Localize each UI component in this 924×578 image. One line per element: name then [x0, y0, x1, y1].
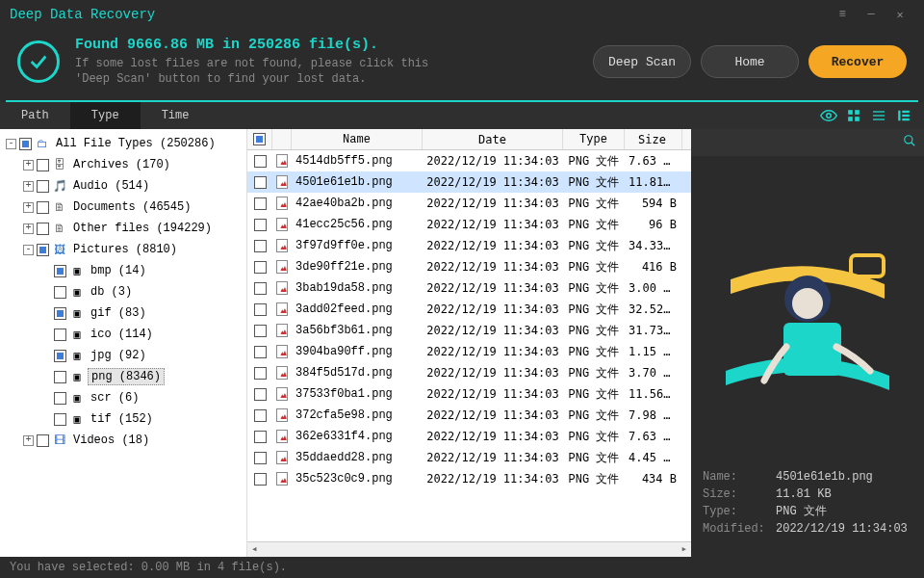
menu-icon[interactable]: ≡	[828, 0, 857, 29]
expand-icon[interactable]: +	[23, 181, 34, 192]
tree-label[interactable]: scr (6)	[88, 390, 141, 406]
tab-time[interactable]: Time	[141, 102, 211, 129]
col-name[interactable]: Name	[292, 129, 423, 149]
tree-label[interactable]: png (8346)	[88, 368, 165, 385]
file-checkbox[interactable]	[254, 431, 267, 443]
tree-label[interactable]: Pictures (8810)	[70, 242, 180, 257]
tree-label[interactable]: tif (152)	[88, 411, 156, 427]
file-checkbox[interactable]	[254, 325, 267, 337]
file-checkbox[interactable]	[254, 452, 267, 464]
recover-button[interactable]: Recover	[808, 45, 907, 78]
deep-scan-button[interactable]: Deep Scan	[593, 45, 691, 78]
tree-checkbox[interactable]	[37, 159, 49, 171]
file-row[interactable]: 35c523c0c9.png2022/12/19 11:34:03PNG 文件4…	[247, 468, 691, 489]
expand-icon[interactable]: +	[23, 435, 34, 446]
tree-label[interactable]: Archives (170)	[70, 157, 173, 172]
tree-checkbox[interactable]	[37, 201, 49, 214]
tree-node[interactable]: ▣db (3)	[2, 281, 244, 302]
view-list-icon[interactable]	[866, 103, 891, 128]
file-row[interactable]: 3904ba90ff.png2022/12/19 11:34:03PNG 文件1…	[247, 341, 691, 362]
tree-checkbox[interactable]	[37, 180, 49, 193]
tree-label[interactable]: ico (114)	[88, 327, 156, 342]
home-button[interactable]: Home	[701, 45, 799, 78]
tree-label[interactable]: Audio (514)	[70, 178, 152, 194]
horizontal-scrollbar[interactable]	[247, 541, 691, 557]
close-icon[interactable]: ✕	[886, 0, 914, 29]
tab-path[interactable]: Path	[0, 102, 70, 129]
view-detail-icon[interactable]	[891, 103, 916, 128]
tree-node[interactable]: +🎞Videos (18)	[2, 430, 244, 451]
col-type[interactable]: Type	[563, 129, 625, 149]
tree-node[interactable]: ▣tif (152)	[2, 408, 244, 430]
tree-node[interactable]: ▣png (8346)	[2, 366, 244, 387]
expand-icon[interactable]: +	[23, 202, 34, 213]
tree-checkbox[interactable]	[37, 223, 49, 235]
tree-node[interactable]: ▣bmp (14)	[2, 260, 244, 281]
tree-node[interactable]: +🗎Documents (46545)	[2, 197, 244, 218]
tree-label[interactable]: bmp (14)	[88, 263, 149, 278]
minimize-icon[interactable]: —	[857, 0, 886, 29]
file-checkbox[interactable]	[254, 367, 267, 380]
tree-label[interactable]: Documents (46545)	[70, 199, 193, 215]
col-date[interactable]: Date	[423, 129, 563, 149]
tree-checkbox[interactable]	[54, 265, 66, 277]
file-checkbox[interactable]	[254, 219, 267, 231]
file-row[interactable]: 35ddaedd28.png2022/12/19 11:34:03PNG 文件4…	[247, 447, 691, 468]
file-type-tree[interactable]: -🗀All File Types (250286)+🗄Archives (170…	[0, 129, 246, 557]
file-row[interactable]: 3de90ff21e.png2022/12/19 11:34:03PNG 文件4…	[247, 256, 691, 277]
tree-checkbox[interactable]	[19, 138, 32, 150]
select-all-checkbox[interactable]	[247, 129, 272, 149]
file-checkbox[interactable]	[254, 176, 267, 189]
file-row[interactable]: 41ecc25c56.png2022/12/19 11:34:03PNG 文件9…	[247, 214, 691, 235]
tree-node[interactable]: +🎵Audio (514)	[2, 175, 244, 197]
preview-eye-icon[interactable]	[816, 103, 841, 128]
tree-label[interactable]: db (3)	[88, 284, 135, 300]
file-row[interactable]: 42ae40ba2b.png2022/12/19 11:34:03PNG 文件5…	[247, 193, 691, 214]
file-row[interactable]: 4514db5ff5.png2022/12/19 11:34:03PNG 文件7…	[247, 150, 691, 171]
tree-checkbox[interactable]	[54, 371, 66, 383]
tree-checkbox[interactable]	[37, 244, 49, 256]
expand-icon[interactable]: +	[23, 223, 34, 234]
file-checkbox[interactable]	[254, 240, 267, 252]
tree-node[interactable]: -🖼Pictures (8810)	[2, 239, 244, 260]
file-checkbox[interactable]	[254, 303, 267, 316]
file-checkbox[interactable]	[254, 409, 267, 422]
file-checkbox[interactable]	[254, 261, 267, 274]
tree-checkbox[interactable]	[54, 307, 66, 320]
file-row[interactable]: 3bab19da58.png2022/12/19 11:34:03PNG 文件3…	[247, 277, 691, 299]
file-row[interactable]: 4501e61e1b.png2022/12/19 11:34:03PNG 文件1…	[247, 171, 691, 193]
file-checkbox[interactable]	[254, 388, 267, 401]
tree-label[interactable]: gif (83)	[88, 305, 149, 321]
file-checkbox[interactable]	[254, 346, 267, 358]
file-checkbox[interactable]	[254, 473, 267, 486]
tree-node[interactable]: -🗀All File Types (250286)	[2, 133, 244, 154]
tree-checkbox[interactable]	[54, 350, 66, 362]
tree-label[interactable]: jpg (92)	[88, 348, 149, 363]
file-row[interactable]: 3f97d9ff0e.png2022/12/19 11:34:03PNG 文件3…	[247, 235, 691, 256]
file-checkbox[interactable]	[254, 282, 267, 295]
file-row[interactable]: 362e6331f4.png2022/12/19 11:34:03PNG 文件7…	[247, 426, 691, 447]
tree-label[interactable]: All File Types (250286)	[53, 136, 218, 151]
expand-icon[interactable]: -	[23, 245, 34, 255]
tree-node[interactable]: ▣jpg (92)	[2, 345, 244, 366]
tree-node[interactable]: ▣ico (114)	[2, 324, 244, 345]
file-row[interactable]: 3add02feed.png2022/12/19 11:34:03PNG 文件3…	[247, 299, 691, 320]
tree-node[interactable]: +🗎Other files (194229)	[2, 218, 244, 239]
tree-label[interactable]: Other files (194229)	[70, 221, 215, 236]
file-checkbox[interactable]	[254, 197, 267, 210]
tree-checkbox[interactable]	[54, 413, 66, 426]
tab-type[interactable]: Type	[70, 102, 141, 129]
tree-node[interactable]: +🗄Archives (170)	[2, 154, 244, 175]
file-row[interactable]: 384f5d517d.png2022/12/19 11:34:03PNG 文件3…	[247, 362, 691, 383]
file-row[interactable]: 3a56bf3b61.png2022/12/19 11:34:03PNG 文件3…	[247, 320, 691, 341]
search-icon[interactable]	[903, 134, 916, 151]
expand-icon[interactable]: -	[6, 139, 16, 149]
file-row[interactable]: 37533f0ba1.png2022/12/19 11:34:03PNG 文件1…	[247, 383, 691, 405]
tree-checkbox[interactable]	[54, 328, 66, 341]
file-checkbox[interactable]	[254, 155, 267, 168]
file-row[interactable]: 372cfa5e98.png2022/12/19 11:34:03PNG 文件7…	[247, 405, 691, 426]
tree-label[interactable]: Videos (18)	[70, 433, 152, 448]
col-size[interactable]: Size	[625, 129, 682, 149]
tree-checkbox[interactable]	[54, 392, 66, 405]
tree-node[interactable]: ▣scr (6)	[2, 387, 244, 408]
